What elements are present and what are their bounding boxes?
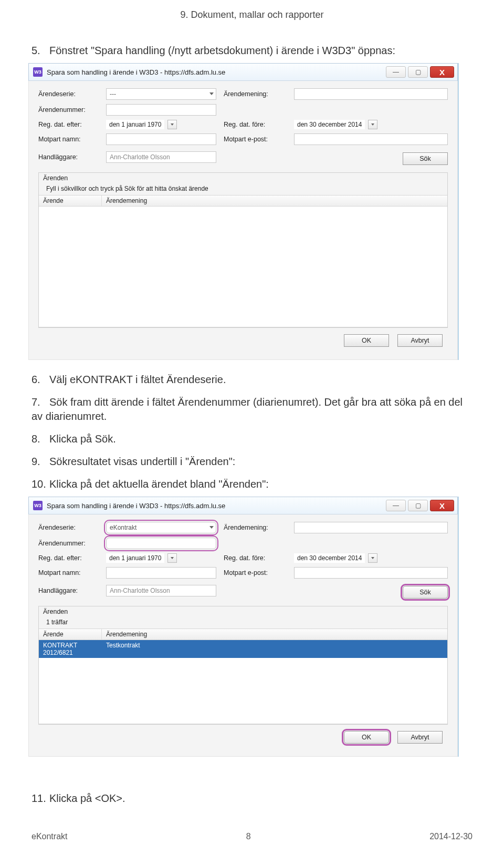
label-arendeserie: Ärendeserie: <box>38 524 99 531</box>
close-button[interactable]: X <box>430 500 454 511</box>
motpart-epost-input[interactable] <box>294 133 448 145</box>
label-motpart-namn: Motpart namn: <box>38 569 99 576</box>
window-title: Spara som handling i ärende i W3D3 - htt… <box>47 502 382 510</box>
step-8: 8.Klicka på Sök. <box>32 432 472 446</box>
cell-arendemening: Testkontrakt <box>102 640 447 658</box>
step-10: 10.Klicka på det aktuella ärendet bland … <box>32 477 472 491</box>
label-arendenummer: Ärendenummer: <box>38 106 99 114</box>
reg-fore-date[interactable]: den 30 december 2014 <box>294 553 448 563</box>
ok-button[interactable]: OK <box>344 334 389 347</box>
step-11: 11.Klicka på <OK>. <box>32 791 472 806</box>
motpart-epost-input[interactable] <box>294 567 448 579</box>
step-9: 9.Sökresultatet visas undertill i "Ärend… <box>32 455 472 469</box>
list-header: Ärende Ärendemening <box>39 195 447 207</box>
label-reg-efter: Reg. dat. efter: <box>38 121 99 128</box>
footer-left: eKontrakt <box>32 832 67 841</box>
minimize-button[interactable]: — <box>386 66 406 78</box>
window-titlebar: W3 Spara som handling i ärende i W3D3 - … <box>28 63 458 81</box>
search-button[interactable]: Sök <box>403 586 448 599</box>
label-motpart-epost: Motpart e-post: <box>224 569 287 576</box>
col-arendemening: Ärendemening <box>102 629 447 640</box>
screenshot-dialog-2: W3 Spara som handling i ärende i W3D3 - … <box>28 497 459 757</box>
handlaggare-input[interactable]: Ann-Charlotte Olsson <box>106 585 216 596</box>
footer-date: 2014-12-30 <box>429 832 472 841</box>
step-7: 7.Sök fram ditt ärende i fältet Ärendenu… <box>32 395 472 424</box>
window-title: Spara som handling i ärende i W3D3 - htt… <box>47 68 382 76</box>
label-arendemening: Ärendemening: <box>224 524 287 531</box>
motpart-namn-input[interactable] <box>106 567 216 579</box>
footer-page: 8 <box>246 832 251 841</box>
window-titlebar: W3 Spara som handling i ärende i W3D3 - … <box>28 497 458 514</box>
arendemening-input[interactable] <box>294 88 448 100</box>
calendar-icon[interactable] <box>368 553 377 563</box>
list-body[interactable]: KONTRAKT 2012/6821 Testkontrakt <box>39 640 447 724</box>
label-motpart-namn: Motpart namn: <box>38 136 99 143</box>
motpart-namn-input[interactable] <box>106 133 216 145</box>
maximize-button[interactable]: ▢ <box>408 66 428 78</box>
arenden-title: Ärenden <box>39 606 447 617</box>
reg-efter-date[interactable]: den 1 januari 1970 <box>106 120 216 129</box>
label-arendeserie: Ärendeserie: <box>38 90 99 98</box>
cancel-button[interactable]: Avbryt <box>397 731 443 744</box>
label-reg-fore: Reg. dat. före: <box>224 121 287 128</box>
cancel-button[interactable]: Avbryt <box>397 334 443 347</box>
page-footer: eKontrakt 8 2014-12-30 <box>32 811 472 841</box>
cell-arende: KONTRAKT 2012/6821 <box>39 640 102 658</box>
app-icon: W3 <box>33 501 43 510</box>
ok-button[interactable]: OK <box>344 731 389 744</box>
handlaggare-input[interactable]: Ann-Charlotte Olsson <box>106 151 216 163</box>
col-arendemening: Ärendemening <box>102 195 447 206</box>
arendeserie-combo[interactable]: eKontrakt <box>106 522 216 533</box>
minimize-button[interactable]: — <box>386 500 406 511</box>
screenshot-dialog-1: W3 Spara som handling i ärende i W3D3 - … <box>28 63 459 360</box>
arenden-group: Ärenden 1 träffar Ärende Ärendemening KO… <box>38 606 448 725</box>
calendar-icon[interactable] <box>167 553 177 563</box>
label-reg-fore: Reg. dat. före: <box>224 554 287 562</box>
arenden-title: Ärenden <box>39 173 447 183</box>
label-reg-efter: Reg. dat. efter: <box>38 554 99 562</box>
window-controls: — ▢ X <box>386 500 454 511</box>
arendenummer-input[interactable] <box>106 104 216 116</box>
col-arende: Ärende <box>39 629 102 640</box>
arenden-group: Ärenden Fyll i sökvillkor och tryck på S… <box>38 172 448 328</box>
window-controls: — ▢ X <box>386 66 454 78</box>
arenden-hint: Fyll i sökvillkor och tryck på Sök för a… <box>39 183 447 195</box>
arendeserie-combo[interactable]: --- <box>106 88 216 100</box>
label-arendenummer: Ärendenummer: <box>38 540 99 547</box>
label-handlaggare: Handläggare: <box>38 587 99 594</box>
list-row-selected[interactable]: KONTRAKT 2012/6821 Testkontrakt <box>39 640 447 658</box>
list-body[interactable] <box>39 207 447 327</box>
arendenummer-input[interactable] <box>106 538 216 549</box>
label-motpart-epost: Motpart e-post: <box>224 136 287 143</box>
col-arende: Ärende <box>39 195 102 206</box>
label-arendemening: Ärendemening: <box>224 90 287 98</box>
arendemening-input[interactable] <box>294 522 448 533</box>
reg-fore-date[interactable]: den 30 december 2014 <box>294 120 448 129</box>
arenden-count: 1 träffar <box>39 617 447 629</box>
search-button[interactable]: Sök <box>403 152 448 165</box>
calendar-icon[interactable] <box>167 120 177 129</box>
step-5: 5.Fönstret "Spara handling (/nytt arbets… <box>32 44 472 58</box>
list-header: Ärende Ärendemening <box>39 629 447 640</box>
calendar-icon[interactable] <box>368 120 377 129</box>
page-header: 9. Dokument, mallar och rapporter <box>32 0 472 35</box>
label-handlaggare: Handläggare: <box>38 153 99 161</box>
app-icon: W3 <box>33 67 43 77</box>
close-button[interactable]: X <box>430 66 454 78</box>
reg-efter-date[interactable]: den 1 januari 1970 <box>106 553 216 563</box>
maximize-button[interactable]: ▢ <box>408 500 428 511</box>
step-6: 6.Välj eKONTRAKT i fältet Ärendeserie. <box>32 373 472 387</box>
